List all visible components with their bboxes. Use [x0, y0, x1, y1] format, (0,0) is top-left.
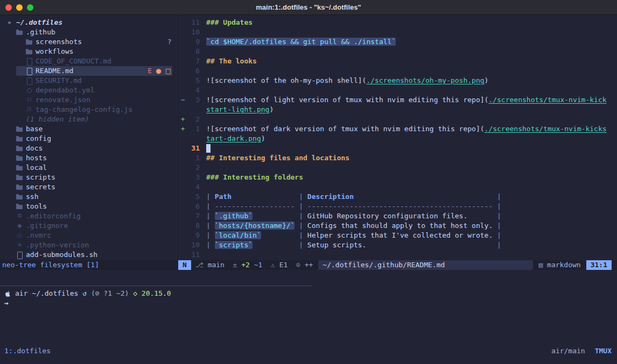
dependabot-icon [26, 85, 33, 95]
tree-item[interactable]: hosts [0, 153, 178, 163]
tree-item[interactable]: ∗.python-version [0, 240, 178, 250]
zoom-button[interactable] [27, 4, 33, 11]
editor-line[interactable]: 9`cd $HOME/.dotfiles && git pull && ./in… [178, 37, 617, 47]
editor-line[interactable]: 8 [178, 47, 617, 56]
text-segment: Configs that should apply to that host o… [307, 222, 493, 230]
gitsign-column [178, 85, 186, 95]
editor-line[interactable]: start-light.png) [178, 105, 617, 115]
tree-item-label: ssh [26, 192, 38, 202]
line-number [186, 134, 200, 144]
editor-line[interactable]: 31 [178, 144, 617, 153]
editor-line[interactable]: 6| ------------------- | ---------------… [178, 202, 617, 211]
tree-item[interactable]: local [0, 163, 178, 173]
editor-line[interactable]: +1![screenshot of dark version of tmux w… [178, 124, 617, 134]
text-segment: | [206, 212, 215, 220]
editor-line[interactable]: 1## Interesting files and locations [178, 153, 617, 163]
gitsign-column [178, 66, 186, 76]
folder-icon [16, 124, 23, 134]
tree-item[interactable]: tools [0, 202, 178, 211]
line-number: 9 [186, 231, 200, 240]
gitsign-column [178, 250, 186, 260]
editor-line[interactable]: 10| `scripts` | Setup scripts. | [178, 240, 617, 250]
tree-item-label: local [26, 163, 47, 173]
editor-line[interactable]: +2 [178, 115, 617, 124]
close-button[interactable] [5, 4, 12, 11]
lualine-statusline: N ⎇ main ± +2 ~1 ⚠ E1 ⊙ ++ ~/.dotfiles/.… [178, 260, 617, 270]
tree-item[interactable]: secrets [0, 182, 178, 192]
line-text: start-light.png) [206, 105, 274, 115]
text-segment: | [253, 212, 307, 220]
tmux-window-label[interactable]: 1:.dotfiles [4, 346, 51, 356]
shell-pane[interactable]: air ~/.dotfiles ↺ (⊘ ?1 ~2) ◇ 20.15.0 → [4, 289, 617, 308]
editor-line[interactable]: 9| `local/bin` | Helper scripts that I'v… [178, 231, 617, 240]
terminal-window: main:1:.dotfiles - "ks~/.dotfiles" ▸~/.d… [0, 0, 617, 364]
tree-item-label: secrets [26, 182, 55, 192]
text-segment: tart-dark.png [206, 134, 261, 142]
editor-line[interactable]: 5![screenshot of the oh-my-posh shell](.… [178, 76, 617, 85]
editor-line[interactable]: 8| `hosts/{hostname}/` | Configs that sh… [178, 221, 617, 231]
tree-item[interactable]: scripts [0, 173, 178, 182]
editor-line[interactable]: 5| Path | Description | [178, 192, 617, 202]
line-number: 5 [186, 76, 200, 85]
editor-line[interactable]: 10 [178, 27, 617, 37]
tree-item-label: tag-changelog-config.js [36, 105, 132, 115]
tree-item-label: .python-version [26, 240, 89, 250]
tree-item[interactable]: .github [0, 27, 178, 37]
editor-line[interactable]: 4 [178, 182, 617, 192]
tree-item[interactable]: SECURITY.md [0, 76, 178, 85]
tree-item[interactable]: README.mdE●□ [0, 66, 178, 76]
tree-item[interactable]: CODE_OF_CONDUCT.md [0, 56, 178, 66]
gitsign-column [178, 202, 186, 211]
text-cursor [206, 144, 211, 153]
gitsign-column [178, 18, 186, 27]
minimize-button[interactable] [16, 4, 23, 11]
js-icon: JS [26, 105, 33, 115]
tree-item[interactable]: JStag-changelog-config.js [0, 105, 178, 115]
tree-item[interactable]: ◆.gitignore [0, 221, 178, 231]
line-number: 10 [186, 240, 200, 250]
tree-item[interactable]: workflows [0, 47, 178, 56]
line-text: ### Updates [206, 18, 253, 27]
tree-item[interactable]: add-submodules.sh [0, 250, 178, 260]
editor-line[interactable]: 7## The looks [178, 56, 617, 66]
line-number: 8 [186, 221, 200, 231]
editor-line[interactable]: 4 [178, 85, 617, 95]
folder-icon [16, 134, 23, 144]
node-icon: ◇ [16, 231, 23, 240]
text-segment: ) [485, 76, 489, 84]
gitsign-column [178, 144, 186, 153]
tree-item[interactable]: ▸~/.dotfiles [0, 18, 178, 27]
editor-line[interactable]: 2 [178, 163, 617, 173]
editor-line[interactable]: ~3![screenshot of light version of tmux … [178, 95, 617, 105]
tree-item[interactable]: ⚙.editorconfig [0, 211, 178, 221]
editor-line[interactable]: 6 [178, 66, 617, 76]
tree-item[interactable]: docs [0, 144, 178, 153]
gitsign-column [178, 76, 186, 85]
input-line[interactable]: → [4, 298, 617, 308]
text-segment: `local/bin` [215, 231, 261, 239]
editor-line[interactable]: 3### Interesting folders [178, 173, 617, 182]
folder-icon [16, 173, 23, 182]
tree-item[interactable]: {}renovate.json [0, 95, 178, 105]
editor-line[interactable]: tart-dark.png) [178, 134, 617, 144]
text-segment: Helper scripts that I've collected or wr… [307, 231, 493, 239]
status-badge: E [148, 66, 152, 76]
editor-line[interactable]: 7| `.github` | GitHub Repository configu… [178, 211, 617, 221]
status-badge: ● [156, 66, 161, 76]
tmux-pane-border[interactable] [0, 286, 312, 286]
text-segment: ▤ [538, 260, 547, 270]
tree-item[interactable]: ssh [0, 192, 178, 202]
tree-item[interactable]: dependabot.yml [0, 85, 178, 95]
tree-item[interactable]: ◇.nvmrc [0, 231, 178, 240]
tree-item[interactable]: screenshots? [0, 37, 178, 47]
tree-item[interactable]: (1 hidden item) [0, 115, 178, 124]
tree-item-label: (1 hidden item) [26, 115, 89, 124]
line-number: 9 [186, 37, 200, 47]
editor-line[interactable]: 11 [178, 250, 617, 260]
tree-item[interactable]: base [0, 124, 178, 134]
editor-line[interactable]: 11### Updates [178, 18, 617, 27]
tree-item[interactable]: config [0, 134, 178, 144]
line-text: ### Interesting folders [206, 173, 303, 182]
gitsign-added: + [178, 124, 186, 134]
gitsign-changed: ~ [178, 95, 186, 105]
